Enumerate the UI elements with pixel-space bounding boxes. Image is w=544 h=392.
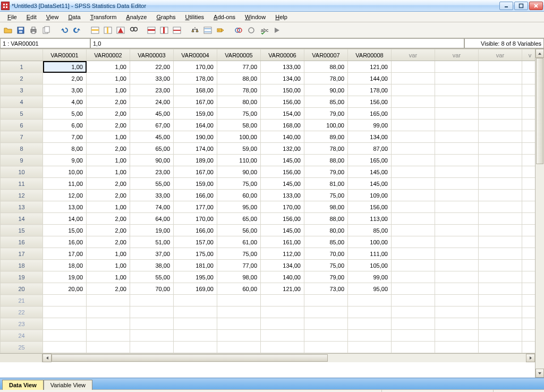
data-cell[interactable] [522, 306, 536, 318]
data-cell[interactable]: 99,00 [348, 271, 392, 283]
row-header[interactable]: 13 [1, 201, 43, 213]
data-cell[interactable] [348, 295, 392, 306]
data-cell[interactable]: 178,00 [174, 73, 217, 84]
menu-transform[interactable]: Transform [86, 13, 121, 21]
data-cell[interactable]: 2,00 [87, 225, 130, 236]
data-cell[interactable]: 95,00 [217, 201, 261, 213]
row-header[interactable]: 12 [1, 190, 43, 201]
spellcheck-icon[interactable]: abc [258, 24, 270, 36]
data-cell[interactable]: 95,00 [348, 283, 392, 295]
data-cell[interactable] [392, 295, 435, 306]
row-header[interactable]: 9 [1, 155, 43, 166]
tab-variable-view[interactable]: Variable View [44, 380, 92, 390]
data-cell[interactable]: 175,00 [174, 248, 217, 260]
data-cell[interactable]: 167,00 [174, 96, 217, 108]
data-cell[interactable]: 78,00 [304, 143, 348, 155]
data-cell[interactable]: 77,00 [217, 61, 261, 73]
data-cell[interactable]: 1,00 [87, 84, 130, 96]
data-cell[interactable] [87, 342, 130, 353]
column-header[interactable]: var [392, 49, 435, 61]
tab-data-view[interactable]: Data View [2, 380, 44, 390]
data-cell[interactable] [87, 306, 130, 318]
data-cell[interactable]: 2,00 [87, 143, 130, 155]
data-cell[interactable]: 1,00 [43, 61, 87, 73]
data-cell[interactable]: 144,00 [348, 73, 392, 84]
data-cell[interactable]: 61,00 [217, 236, 261, 248]
data-cell[interactable]: 78,00 [304, 73, 348, 84]
row-header[interactable]: 18 [1, 260, 43, 271]
row-header[interactable]: 11 [1, 178, 43, 190]
data-cell[interactable]: 161,00 [261, 236, 304, 248]
hscroll-thumb[interactable] [52, 354, 328, 362]
data-cell[interactable] [479, 84, 522, 96]
data-cell[interactable]: 170,00 [261, 201, 304, 213]
data-cell[interactable]: 18,00 [43, 260, 87, 271]
data-cell[interactable] [174, 330, 217, 342]
data-cell[interactable] [43, 318, 87, 330]
data-cell[interactable] [435, 120, 479, 131]
data-cell[interactable] [522, 225, 536, 236]
data-cell[interactable]: 166,00 [174, 190, 217, 201]
split-file-icon[interactable] [171, 24, 183, 36]
data-cell[interactable]: 157,00 [174, 236, 217, 248]
data-cell[interactable]: 1,00 [87, 260, 130, 271]
data-cell[interactable]: 55,00 [130, 271, 174, 283]
data-cell[interactable]: 105,00 [348, 260, 392, 271]
data-cell[interactable] [217, 318, 261, 330]
data-cell[interactable]: 79,00 [304, 108, 348, 120]
data-cell[interactable]: 85,00 [348, 225, 392, 236]
data-cell[interactable]: 79,00 [304, 166, 348, 178]
data-cell[interactable] [522, 166, 536, 178]
data-cell[interactable]: 2,00 [87, 213, 130, 225]
data-cell[interactable] [479, 306, 522, 318]
data-cell[interactable] [392, 330, 435, 342]
data-cell[interactable]: 60,00 [217, 190, 261, 201]
data-cell[interactable] [392, 143, 435, 155]
rownum-header[interactable] [1, 49, 43, 61]
data-cell[interactable]: 98,00 [217, 271, 261, 283]
data-cell[interactable]: 156,00 [261, 213, 304, 225]
data-cell[interactable] [479, 96, 522, 108]
data-cell[interactable]: 22,00 [130, 61, 174, 73]
data-cell[interactable] [522, 155, 536, 166]
data-cell[interactable]: 1,00 [87, 155, 130, 166]
data-cell[interactable]: 58,00 [217, 120, 261, 131]
data-cell[interactable]: 140,00 [261, 271, 304, 283]
data-cell[interactable]: 164,00 [174, 120, 217, 131]
data-cell[interactable]: 75,00 [217, 108, 261, 120]
row-header[interactable]: 7 [1, 131, 43, 143]
data-cell[interactable] [479, 225, 522, 236]
data-cell[interactable] [392, 283, 435, 295]
data-cell[interactable] [435, 96, 479, 108]
column-header[interactable]: VAR00002 [87, 49, 130, 61]
data-cell[interactable] [479, 283, 522, 295]
column-header[interactable]: v [522, 49, 536, 61]
data-cell[interactable]: 1,00 [87, 131, 130, 143]
data-cell[interactable]: 1,00 [87, 201, 130, 213]
data-cell[interactable]: 75,00 [217, 248, 261, 260]
data-cell[interactable] [435, 143, 479, 155]
data-cell[interactable] [174, 342, 217, 353]
data-cell[interactable] [522, 295, 536, 306]
row-header[interactable]: 4 [1, 96, 43, 108]
data-cell[interactable]: 1,00 [87, 271, 130, 283]
data-cell[interactable] [392, 166, 435, 178]
data-cell[interactable]: 134,00 [348, 131, 392, 143]
data-cell[interactable] [435, 283, 479, 295]
data-cell[interactable] [304, 295, 348, 306]
data-cell[interactable]: 154,00 [261, 108, 304, 120]
redo-icon[interactable] [71, 24, 83, 36]
data-cell[interactable]: 7,00 [43, 131, 87, 143]
print-icon[interactable] [28, 24, 39, 36]
row-header[interactable]: 10 [1, 166, 43, 178]
data-cell[interactable]: 87,00 [348, 143, 392, 155]
data-cell[interactable]: 2,00 [87, 190, 130, 201]
data-cell[interactable] [348, 306, 392, 318]
data-cell[interactable]: 75,00 [217, 178, 261, 190]
show-all-icon[interactable] [245, 24, 257, 36]
data-cell[interactable] [522, 330, 536, 342]
goto-var-icon[interactable] [102, 24, 114, 36]
data-cell[interactable]: 85,00 [304, 96, 348, 108]
data-cell[interactable] [435, 166, 479, 178]
data-cell[interactable]: 110,00 [217, 155, 261, 166]
